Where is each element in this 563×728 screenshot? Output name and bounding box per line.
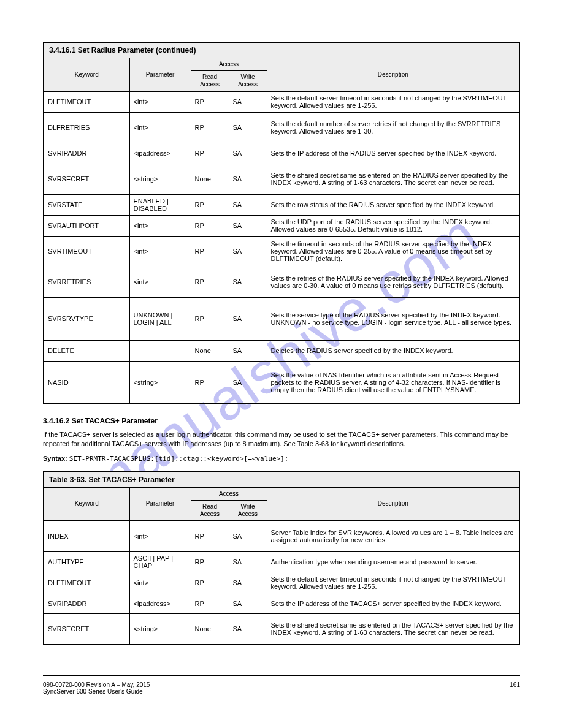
table-tacacs-params: Table 3-63. Set TACACS+ Parameter Keywor…	[43, 471, 520, 645]
cell-read: RP	[191, 521, 229, 552]
cell-param: <ipaddress>	[129, 593, 191, 614]
cell-desc: Sets the IP address of the TACACS+ serve…	[267, 593, 519, 614]
hdr-read: Read Access	[191, 71, 229, 92]
cell-write: SA	[229, 164, 267, 194]
cell-read: None	[191, 340, 229, 361]
cell-desc: Sets the timeout in seconds of the RADIU…	[267, 236, 519, 267]
table-row: Keyword Parameter Access Description	[44, 487, 519, 500]
cell-read: RP	[191, 572, 229, 593]
cell-desc: Sets the UDP port of the RADIUS server s…	[267, 215, 519, 236]
cell-write: SA	[229, 614, 267, 645]
cell-read: RP	[191, 267, 229, 297]
cell-read: RP	[191, 143, 229, 164]
hdr-parameter: Parameter	[129, 487, 191, 521]
hdr-keyword: Keyword	[44, 58, 129, 92]
cell-read: RP	[191, 112, 229, 143]
cell-read: RP	[191, 552, 229, 572]
cell-write: SA	[229, 340, 267, 361]
cell-desc: Sets the IP address of the RADIUS server…	[267, 143, 519, 164]
cell-desc: Sets the retries of the RADIUS server sp…	[267, 267, 519, 297]
cell-keyword: SVRAUTHPORT	[44, 215, 129, 236]
cell-read: RP	[191, 91, 229, 112]
cell-param: <int>	[129, 236, 191, 267]
cell-param: <int>	[129, 112, 191, 143]
cell-keyword: SVRTIMEOUT	[44, 236, 129, 267]
cell-write: SA	[229, 91, 267, 112]
table-radius-params: 3.4.16.1 Set Radius Parameter (continued…	[43, 42, 520, 404]
hdr-write: Write Access	[229, 500, 267, 521]
table-row: SVRIPADDR <ipaddress> RP SA Sets the IP …	[44, 593, 519, 614]
cell-desc: Deletes the RADIUS server specified by t…	[267, 340, 519, 361]
cell-desc: Sets the default server timeout in secon…	[267, 572, 519, 593]
cell-write: SA	[229, 143, 267, 164]
hdr-access: Access	[191, 487, 267, 500]
cell-keyword: DELETE	[44, 340, 129, 361]
table-row: SVRAUTHPORT <int> RP SA Sets the UDP por…	[44, 215, 519, 236]
page-content: 3.4.16.1 Set Radius Parameter (continued…	[43, 0, 520, 645]
cell-write: SA	[229, 297, 267, 340]
cell-keyword: SVRSECRET	[44, 614, 129, 645]
cell-param: <string>	[129, 361, 191, 404]
table-row: DELETE None SA Deletes the RADIUS server…	[44, 340, 519, 361]
footer-left: 098-00720-000 Revision A – May, 2015	[43, 681, 150, 688]
cell-desc: Sets the service type of the RADIUS serv…	[267, 297, 519, 340]
cell-read: None	[191, 614, 229, 645]
cell-keyword: DLFTIMEOUT	[44, 572, 129, 593]
syntax-code: SET-PRMTR-TACACSPLUS:[tid]::ctag::<keywo…	[69, 455, 289, 463]
cell-read: RP	[191, 361, 229, 404]
cell-write: SA	[229, 572, 267, 593]
cell-desc: Sets the value of NAS-Identifier which i…	[267, 361, 519, 404]
cell-param: <string>	[129, 614, 191, 645]
cell-read: RP	[191, 593, 229, 614]
table-row: INDEX <int> RP SA Server Table index for…	[44, 521, 519, 552]
cell-keyword: DLFTIMEOUT	[44, 91, 129, 112]
table-row: SVRSECRET <string> None SA Sets the shar…	[44, 614, 519, 645]
cell-write: SA	[229, 194, 267, 215]
cell-write: SA	[229, 521, 267, 552]
cell-param: UNKNOWN | LOGIN | ALL	[129, 297, 191, 340]
cell-desc: Sets the shared secret same as entered o…	[267, 164, 519, 194]
cell-write: SA	[229, 267, 267, 297]
cell-write: SA	[229, 215, 267, 236]
table-row: SVRSTATE ENABLED | DISABLED RP SA Sets t…	[44, 194, 519, 215]
cell-param: <int>	[129, 91, 191, 112]
hdr-read: Read Access	[191, 500, 229, 521]
cell-write: SA	[229, 552, 267, 572]
hdr-write: Write Access	[229, 71, 267, 92]
cell-desc: Server Table index for SVR keywords. All…	[267, 521, 519, 552]
hdr-keyword: Keyword	[44, 487, 129, 521]
cell-keyword: DLFRETRIES	[44, 112, 129, 143]
footer-divider	[43, 675, 520, 676]
cell-write: SA	[229, 112, 267, 143]
table-row: Keyword Parameter Access Description	[44, 58, 519, 71]
syntax-label: Syntax:	[43, 455, 67, 462]
cell-read: RP	[191, 297, 229, 340]
cell-param: <int>	[129, 572, 191, 593]
cell-desc: Authentication type when sending usernam…	[267, 552, 519, 572]
hdr-parameter: Parameter	[129, 58, 191, 92]
cell-param: <string>	[129, 164, 191, 194]
footer-page-number: 161	[510, 681, 520, 695]
paragraph-text: If the TACACS+ server is selected as a u…	[43, 430, 520, 449]
hdr-access: Access	[191, 58, 267, 71]
cell-param: <ipaddress>	[129, 143, 191, 164]
cell-keyword: NASID	[44, 361, 129, 404]
table-row: SVRTIMEOUT <int> RP SA Sets the timeout …	[44, 236, 519, 267]
cell-param: <int>	[129, 267, 191, 297]
footer-sub: SyncServer 600 Series User's Guide	[43, 688, 143, 695]
table-row: SVRIPADDR <ipaddress> RP SA Sets the IP …	[44, 143, 519, 164]
cell-read: RP	[191, 215, 229, 236]
cell-keyword: SVRSECRET	[44, 164, 129, 194]
table-row: DLFTIMEOUT <int> RP SA Sets the default …	[44, 572, 519, 593]
cell-desc: Sets the row status of the RADIUS server…	[267, 194, 519, 215]
cell-param: <int>	[129, 521, 191, 552]
cell-write: SA	[229, 361, 267, 404]
cell-read: None	[191, 164, 229, 194]
cell-desc: Sets the default number of server retrie…	[267, 112, 519, 143]
table-row: DLFTIMEOUT <int> RP SA Sets the default …	[44, 91, 519, 112]
page-footer: 098-00720-000 Revision A – May, 2015 Syn…	[43, 681, 520, 695]
table-row: DLFRETRIES <int> RP SA Sets the default …	[44, 112, 519, 143]
section-heading: 3.4.16.2 Set TACACS+ Parameter	[43, 417, 520, 425]
cell-keyword: SVRRETRIES	[44, 267, 129, 297]
hdr-description: Description	[267, 58, 519, 92]
